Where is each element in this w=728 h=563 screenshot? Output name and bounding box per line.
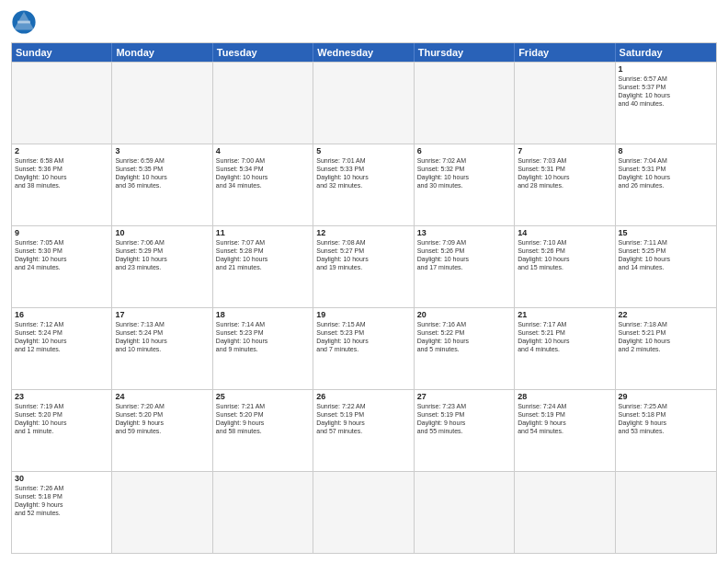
- cell-info: Sunrise: 7:25 AM Sunset: 5:18 PM Dayligh…: [619, 402, 713, 435]
- day-number: 3: [115, 146, 209, 155]
- cell-info: Sunrise: 7:11 AM Sunset: 5:25 PM Dayligh…: [619, 238, 713, 271]
- calendar-cell: [415, 472, 515, 553]
- header: [11, 9, 717, 35]
- day-number: 13: [417, 228, 511, 237]
- calendar-cell: 12Sunrise: 7:08 AM Sunset: 5:27 PM Dayli…: [313, 226, 414, 307]
- cell-info: Sunrise: 6:57 AM Sunset: 5:37 PM Dayligh…: [619, 75, 713, 108]
- day-number: 17: [115, 310, 209, 319]
- calendar-row: 23Sunrise: 7:19 AM Sunset: 5:20 PM Dayli…: [12, 389, 716, 471]
- calendar-cell: 7Sunrise: 7:03 AM Sunset: 5:31 PM Daylig…: [515, 144, 615, 225]
- cell-info: Sunrise: 7:22 AM Sunset: 5:19 PM Dayligh…: [316, 402, 410, 435]
- calendar-cell: 3Sunrise: 6:59 AM Sunset: 5:35 PM Daylig…: [112, 144, 212, 225]
- cell-info: Sunrise: 7:04 AM Sunset: 5:31 PM Dayligh…: [619, 156, 713, 190]
- calendar-header: SundayMondayTuesdayWednesdayThursdayFrid…: [12, 43, 716, 62]
- cell-info: Sunrise: 6:59 AM Sunset: 5:35 PM Dayligh…: [115, 156, 209, 190]
- calendar-cell: [112, 472, 212, 553]
- day-number: 22: [619, 310, 713, 319]
- page: SundayMondayTuesdayWednesdayThursdayFrid…: [0, 0, 728, 563]
- calendar-cell: 29Sunrise: 7:25 AM Sunset: 5:18 PM Dayli…: [616, 390, 716, 471]
- day-number: 1: [619, 64, 713, 74]
- weekday-header: Friday: [515, 43, 615, 62]
- day-number: 18: [216, 310, 310, 319]
- calendar-row: 30Sunrise: 7:26 AM Sunset: 5:18 PM Dayli…: [12, 471, 716, 553]
- day-number: 16: [15, 310, 108, 319]
- weekday-header: Tuesday: [213, 43, 313, 62]
- calendar-row: 16Sunrise: 7:12 AM Sunset: 5:24 PM Dayli…: [12, 307, 716, 389]
- calendar-cell: 11Sunrise: 7:07 AM Sunset: 5:28 PM Dayli…: [213, 226, 313, 307]
- day-number: 11: [216, 228, 310, 237]
- calendar-cell: 30Sunrise: 7:26 AM Sunset: 5:18 PM Dayli…: [12, 472, 112, 553]
- weekday-header: Thursday: [415, 43, 515, 62]
- cell-info: Sunrise: 7:05 AM Sunset: 5:30 PM Dayligh…: [15, 238, 108, 271]
- calendar-body: 1Sunrise: 6:57 AM Sunset: 5:37 PM Daylig…: [12, 62, 716, 553]
- calendar-row: 9Sunrise: 7:05 AM Sunset: 5:30 PM Daylig…: [12, 225, 716, 307]
- calendar-cell: [616, 472, 716, 553]
- calendar-cell: [313, 472, 414, 553]
- calendar-cell: [313, 63, 414, 144]
- cell-info: Sunrise: 7:01 AM Sunset: 5:33 PM Dayligh…: [316, 156, 410, 190]
- cell-info: Sunrise: 7:18 AM Sunset: 5:21 PM Dayligh…: [619, 320, 713, 353]
- calendar-cell: [12, 63, 112, 144]
- day-number: 15: [619, 228, 713, 237]
- calendar-cell: 27Sunrise: 7:23 AM Sunset: 5:19 PM Dayli…: [415, 390, 515, 471]
- cell-info: Sunrise: 7:19 AM Sunset: 5:20 PM Dayligh…: [15, 402, 108, 435]
- cell-info: Sunrise: 7:13 AM Sunset: 5:24 PM Dayligh…: [115, 320, 209, 353]
- calendar-cell: [415, 63, 515, 144]
- cell-info: Sunrise: 7:02 AM Sunset: 5:32 PM Dayligh…: [417, 156, 511, 190]
- day-number: 21: [518, 310, 611, 319]
- logo: [11, 9, 40, 35]
- cell-info: Sunrise: 7:23 AM Sunset: 5:19 PM Dayligh…: [417, 402, 511, 435]
- calendar-cell: 2Sunrise: 6:58 AM Sunset: 5:36 PM Daylig…: [12, 144, 112, 225]
- calendar-cell: 4Sunrise: 7:00 AM Sunset: 5:34 PM Daylig…: [213, 144, 313, 225]
- weekday-header: Saturday: [616, 43, 716, 62]
- day-number: 4: [216, 146, 310, 155]
- calendar-cell: [515, 63, 615, 144]
- svg-rect-2: [17, 21, 30, 24]
- day-number: 5: [316, 146, 410, 155]
- calendar-cell: 17Sunrise: 7:13 AM Sunset: 5:24 PM Dayli…: [112, 308, 212, 389]
- cell-info: Sunrise: 7:15 AM Sunset: 5:23 PM Dayligh…: [316, 320, 410, 353]
- cell-info: Sunrise: 7:14 AM Sunset: 5:23 PM Dayligh…: [216, 320, 310, 353]
- calendar-cell: 16Sunrise: 7:12 AM Sunset: 5:24 PM Dayli…: [12, 308, 112, 389]
- day-number: 2: [15, 146, 108, 155]
- calendar-cell: 14Sunrise: 7:10 AM Sunset: 5:26 PM Dayli…: [515, 226, 615, 307]
- calendar-cell: [515, 472, 615, 553]
- calendar-cell: 25Sunrise: 7:21 AM Sunset: 5:20 PM Dayli…: [213, 390, 313, 471]
- calendar-cell: 13Sunrise: 7:09 AM Sunset: 5:26 PM Dayli…: [415, 226, 515, 307]
- calendar-cell: 6Sunrise: 7:02 AM Sunset: 5:32 PM Daylig…: [415, 144, 515, 225]
- calendar-cell: 18Sunrise: 7:14 AM Sunset: 5:23 PM Dayli…: [213, 308, 313, 389]
- calendar-cell: 8Sunrise: 7:04 AM Sunset: 5:31 PM Daylig…: [616, 144, 716, 225]
- calendar-cell: [112, 63, 212, 144]
- calendar-cell: 19Sunrise: 7:15 AM Sunset: 5:23 PM Dayli…: [313, 308, 414, 389]
- calendar-cell: 20Sunrise: 7:16 AM Sunset: 5:22 PM Dayli…: [415, 308, 515, 389]
- cell-info: Sunrise: 7:24 AM Sunset: 5:19 PM Dayligh…: [518, 402, 611, 435]
- calendar-cell: 1Sunrise: 6:57 AM Sunset: 5:37 PM Daylig…: [616, 63, 716, 144]
- cell-info: Sunrise: 7:26 AM Sunset: 5:18 PM Dayligh…: [15, 484, 108, 517]
- day-number: 20: [417, 310, 511, 319]
- cell-info: Sunrise: 7:17 AM Sunset: 5:21 PM Dayligh…: [518, 320, 611, 353]
- day-number: 12: [316, 228, 410, 237]
- day-number: 26: [316, 392, 410, 401]
- calendar-cell: 24Sunrise: 7:20 AM Sunset: 5:20 PM Dayli…: [112, 390, 212, 471]
- day-number: 19: [316, 310, 410, 319]
- calendar-cell: 10Sunrise: 7:06 AM Sunset: 5:29 PM Dayli…: [112, 226, 212, 307]
- calendar: SundayMondayTuesdayWednesdayThursdayFrid…: [11, 42, 717, 554]
- calendar-cell: [213, 472, 313, 553]
- cell-info: Sunrise: 7:12 AM Sunset: 5:24 PM Dayligh…: [15, 320, 108, 353]
- day-number: 25: [216, 392, 310, 401]
- calendar-row: 1Sunrise: 6:57 AM Sunset: 5:37 PM Daylig…: [12, 62, 716, 144]
- cell-info: Sunrise: 7:21 AM Sunset: 5:20 PM Dayligh…: [216, 402, 310, 435]
- logo-icon: [11, 9, 37, 35]
- day-number: 30: [15, 474, 108, 483]
- cell-info: Sunrise: 7:06 AM Sunset: 5:29 PM Dayligh…: [115, 238, 209, 271]
- day-number: 27: [417, 392, 511, 401]
- day-number: 10: [115, 228, 209, 237]
- calendar-cell: 22Sunrise: 7:18 AM Sunset: 5:21 PM Dayli…: [616, 308, 716, 389]
- day-number: 28: [518, 392, 611, 401]
- calendar-cell: 21Sunrise: 7:17 AM Sunset: 5:21 PM Dayli…: [515, 308, 615, 389]
- cell-info: Sunrise: 7:16 AM Sunset: 5:22 PM Dayligh…: [417, 320, 511, 353]
- cell-info: Sunrise: 7:07 AM Sunset: 5:28 PM Dayligh…: [216, 238, 310, 271]
- cell-info: Sunrise: 7:10 AM Sunset: 5:26 PM Dayligh…: [518, 238, 611, 271]
- day-number: 9: [15, 228, 108, 237]
- day-number: 29: [619, 392, 713, 401]
